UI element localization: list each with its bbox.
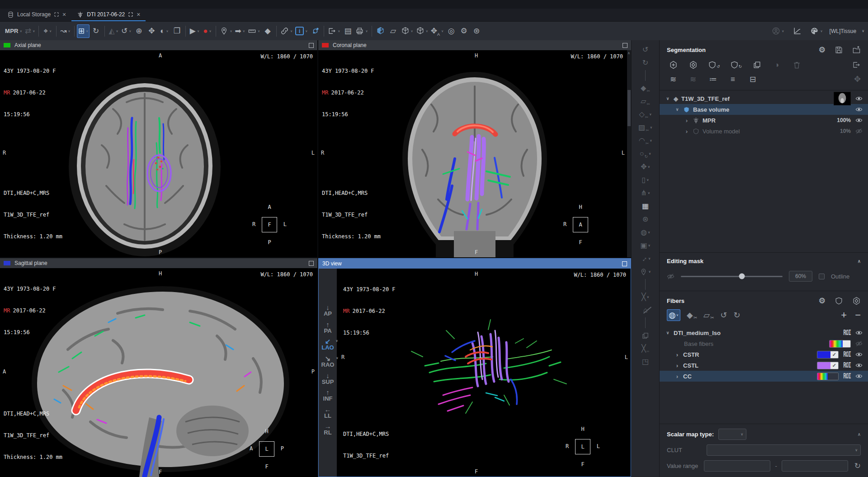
cut-outline-icon[interactable]: ▱ ✂	[637, 95, 655, 107]
orient-ap-button[interactable]: ↓ AP	[324, 304, 332, 317]
visibility-icon[interactable]	[855, 117, 863, 124]
visibility-off-icon[interactable]	[855, 128, 863, 135]
fiber-redo-icon[interactable]: ↻	[733, 310, 740, 320]
transform-3d-icon[interactable]: ✥	[854, 74, 861, 84]
menu-network[interactable]	[12, 4, 21, 5]
tree-list-icon[interactable]: ≡	[726, 74, 739, 85]
segment-undo-icon[interactable]: ↺	[707, 59, 722, 70]
collapse-section-icon[interactable]: ∧	[858, 432, 861, 437]
mouse-tool-icon[interactable]: ▯ ∨	[637, 174, 655, 186]
outline-checkbox[interactable]	[819, 274, 825, 279]
mask-visibility-off-icon[interactable]	[667, 273, 675, 280]
color-swatch[interactable]	[829, 340, 851, 348]
menu-storage[interactable]	[21, 4, 30, 5]
coronal-image[interactable]: 43Y 1973-08-20 F MR2017-06-22 15:19:56 W…	[318, 50, 631, 257]
fibers-settings-icon[interactable]: ⚙	[819, 296, 826, 306]
fiber-cut-icon[interactable]: ◆ ✂	[687, 310, 697, 320]
mask-opacity-slider-knob[interactable]	[739, 274, 745, 279]
undo-icon[interactable]: ↺	[637, 44, 655, 56]
roi-badge[interactable]: ROI	[843, 350, 851, 359]
detach-tab-icon[interactable]	[54, 12, 59, 17]
segment-redo-icon[interactable]: ↻	[729, 59, 744, 70]
viewport-3d[interactable]: 3D view ↓ AP ↑ PA ↙	[318, 258, 631, 477]
visibility-off-icon[interactable]	[855, 340, 863, 347]
print-icon[interactable]: ∨	[354, 24, 369, 38]
zoom-reset-icon[interactable]: ⊕	[132, 24, 145, 38]
roi-badge[interactable]: ROI	[843, 361, 851, 369]
stack-pages-icon[interactable]: ▤	[341, 24, 354, 38]
roi-badge[interactable]: ROI	[843, 372, 851, 380]
viewport-sagittal[interactable]: Sagittal plane	[0, 258, 317, 477]
tree-row-cstr[interactable]: › CSTR ✓ ROI	[660, 349, 868, 360]
visibility-icon[interactable]	[855, 362, 863, 369]
window-level-icon[interactable]: ◐ ∨	[158, 24, 170, 38]
roi-badge[interactable]: ROI	[843, 329, 851, 337]
axial-image[interactable]: 43Y 1973-08-20 F MR2017-06-22 15:19:56 W…	[0, 50, 317, 257]
link-icon[interactable]: ∨	[279, 24, 294, 38]
cube-3d-icon[interactable]	[374, 24, 387, 38]
tree-row-volume[interactable]: ∨ ◆ T1W_3D_TFE_ref	[660, 93, 868, 104]
no-home-icon[interactable]: ⌂	[637, 304, 655, 316]
sync-views-icon[interactable]: ⇄ ∨	[24, 24, 36, 38]
pip-view-icon[interactable]: ◳	[637, 356, 655, 368]
scalar-map-type-select[interactable]: ∨	[718, 429, 746, 440]
export-segment-icon[interactable]	[852, 61, 861, 69]
fiber-undo-icon[interactable]: ↺	[720, 310, 727, 320]
tree-row-cc[interactable]: › CC ROI	[660, 371, 868, 382]
record-icon[interactable]: ● ∨	[201, 24, 213, 38]
molecule-icon[interactable]	[309, 24, 321, 38]
close-tab-icon[interactable]: ×	[62, 11, 66, 18]
collapse-section-icon[interactable]: ∧	[858, 259, 861, 264]
tree-row-mpr[interactable]: › MPR 100%	[660, 115, 868, 126]
pan-icon[interactable]: ✥	[145, 24, 158, 38]
view3d-canvas[interactable]: ↓ AP ↑ PA ↙ LAO ∨ ↘	[319, 269, 631, 477]
cut-fill-icon[interactable]: ◆ ✂	[637, 82, 655, 94]
redo-icon[interactable]: ↻	[637, 57, 655, 69]
flip-pages-icon[interactable]: ❐	[170, 24, 183, 38]
menu-help[interactable]	[48, 4, 57, 5]
curved-mpr-icon[interactable]: ↝ ∨	[59, 24, 71, 38]
clip-plane-icon[interactable]: ▱	[387, 24, 400, 38]
remove-fiber-button[interactable]: −	[855, 310, 861, 320]
location-pin-icon[interactable]: ∨	[637, 266, 655, 278]
export-icon[interactable]: ∨	[326, 24, 341, 38]
range-max-input[interactable]	[782, 460, 848, 472]
box-wireframe-icon[interactable]: ∨	[400, 24, 415, 38]
segment-3d-icon[interactable]	[687, 59, 699, 70]
visibility-icon[interactable]	[855, 329, 863, 336]
crossed-bones-icon[interactable]: ╳ ∨	[637, 291, 655, 303]
resize-diagonal-icon[interactable]: ↔ ∨	[637, 253, 655, 264]
layout-grid-icon[interactable]: ⊞ ∨	[77, 24, 90, 38]
wl-preset-dropdown-icon[interactable]: ∨	[862, 29, 864, 33]
tree-row-volume-model[interactable]: › Volume model 10%	[660, 126, 868, 137]
seed-branch-icon[interactable]: ⋔ ∨	[637, 187, 655, 199]
settings-gear-icon[interactable]: ⚙	[458, 24, 470, 38]
load-folder-icon[interactable]	[852, 46, 861, 54]
visibility-icon[interactable]	[855, 373, 863, 380]
visibility-icon[interactable]	[855, 95, 863, 102]
fiber-hexagon-icon[interactable]	[852, 297, 861, 305]
add-fiber-button[interactable]: +	[841, 310, 847, 320]
ruler-icon[interactable]: ∨	[246, 24, 261, 38]
sagittal-image[interactable]: 43Y 1973-08-20 F MR2017-06-22 15:19:56 W…	[0, 268, 317, 477]
orient-rl-button[interactable]: → RL	[324, 423, 331, 436]
film-reel-icon[interactable]: ⊛	[637, 213, 655, 225]
info-icon[interactable]: i ∨	[294, 24, 309, 38]
eraser-icon[interactable]: ◆	[261, 24, 274, 38]
tree-numbered-icon[interactable]: ≔	[707, 74, 719, 85]
color-swatch[interactable]: ✓	[817, 351, 839, 359]
maximize-viewport-button[interactable]	[309, 43, 314, 48]
visibility-icon[interactable]	[855, 351, 863, 358]
maximize-viewport-button[interactable]	[309, 261, 314, 266]
tab-local-storage[interactable]: Local Storage ×	[2, 9, 71, 21]
maximize-viewport-button[interactable]	[623, 43, 627, 48]
viewport-coronal[interactable]: Coronal plane	[318, 40, 631, 257]
clut-select[interactable]: ∨	[707, 444, 861, 456]
menu-file[interactable]	[3, 4, 12, 5]
viewport-scrollbar[interactable]: ∧	[627, 50, 631, 257]
mask-opacity-value[interactable]: 60%	[789, 271, 812, 282]
overlap-squares-icon[interactable]: ▣ ∨	[637, 240, 655, 251]
menu-mpr[interactable]	[30, 4, 39, 5]
stack-layers-icon[interactable]	[637, 330, 655, 341]
tree-collapse-icon[interactable]: ⊟	[746, 74, 759, 85]
